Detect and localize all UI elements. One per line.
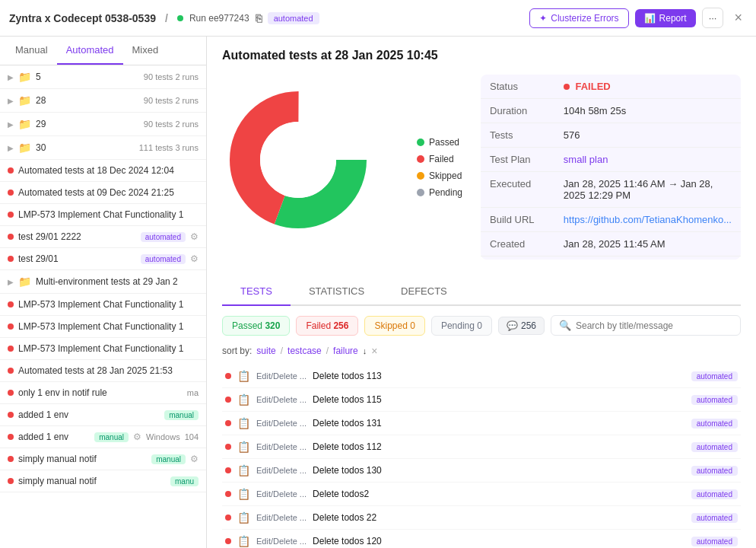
table-row[interactable]: 📋 Edit/Delete ... Delete todos2 automate… [222,483,741,506]
table-row[interactable]: 📋 Edit/Delete ... Delete todos 131 autom… [222,412,741,435]
list-item[interactable]: LMP-573 Implement Chat Functionality 1 [0,204,206,226]
list-item[interactable]: LMP-573 Implement Chat Functionality 1 [0,338,206,360]
list-item[interactable]: ▶ 📁 Multi-environment tests at 29 Jan 2 [0,270,206,294]
folder-icon: 📁 [18,71,31,83]
legend-passed: Passed [417,137,462,148]
close-button[interactable]: × [729,8,747,27]
donut-chart: 44.4% 55.6% [222,84,405,251]
status-dot [225,420,231,426]
settings-icon[interactable]: ⚙ [190,231,199,242]
chevron-right-icon: ▶ [8,97,14,105]
list-item[interactable]: simply manual notif manu [0,470,206,492]
status-dot [8,368,14,374]
table-row[interactable]: 📋 Edit/Delete ... Delete todos 112 autom… [222,435,741,459]
test-plan-link[interactable]: small plan [564,154,608,165]
report-button[interactable]: 📊 Report [635,9,696,27]
pending-filter-button[interactable]: Pending 0 [431,316,492,336]
sort-clear-button[interactable]: × [371,345,377,357]
clusterize-button[interactable]: ✦ Clusterize Errors [529,8,628,28]
list-item[interactable]: ▶ 📁 5 90 tests 2 runs [0,65,206,89]
list-item[interactable]: LMP-573 Implement Chat Functionality 1 [0,316,206,338]
status-dot [8,346,14,352]
status-dot [8,478,14,484]
manual-tag: manu [170,476,199,486]
info-row-created: Created Jan 28, 2025 11:45 AM [481,232,741,256]
sort-suite[interactable]: suite [256,346,275,356]
list-item[interactable]: Automated tests at 09 Dec 2024 21:25 [0,182,206,204]
status-dot [8,190,14,196]
search-box[interactable]: 🔍 [551,315,741,336]
passed-pct-label: 55.6% [306,135,334,147]
chevron-right-icon: ▶ [8,73,14,81]
list-item[interactable]: Automated tests at 18 Dec 2024 12:04 [0,160,206,182]
list-item[interactable]: simply manual notif manual ⚙ [0,448,206,470]
status-dot [8,390,14,396]
sort-failure[interactable]: failure [333,346,358,356]
status-dot [8,301,14,307]
sort-bar: sort by: suite / testcase / failure ↓ × [222,342,741,365]
chevron-right-icon: ▶ [8,278,14,286]
tab-statistics[interactable]: STATISTICS [291,278,383,306]
list-item[interactable]: test 29/01 2222 automated ⚙ [0,226,206,248]
divider: / [165,12,168,24]
donut-hole [260,122,336,198]
settings-icon[interactable]: ⚙ [190,253,199,264]
tab-mixed[interactable]: Mixed [123,37,168,65]
chart-icon: 📊 [644,13,656,24]
table-row[interactable]: 📋 Edit/Delete ... Delete todos 130 autom… [222,459,741,483]
folder-icon: 📁 [18,276,31,288]
search-input[interactable] [576,320,732,331]
list-item[interactable]: only 1 env in notif rule ma [0,382,206,404]
build-url-link[interactable]: https://github.com/TetianaKhomenko... [564,214,732,225]
table-row[interactable]: 📋 Edit/Delete ... Delete todos 115 autom… [222,388,741,412]
list-item[interactable]: added 1 env manual [0,404,206,426]
sidebar: Manual Automated Mixed ▶ 📁 5 90 tests 2 … [0,37,207,548]
automated-tag: automated [141,254,186,264]
chevron-right-icon: ▶ [8,120,14,129]
folder-icon: 📁 [18,94,31,107]
list-item[interactable]: ▶ 📁 29 90 tests 2 runs [0,113,206,136]
list-item[interactable]: Automated tests at 28 Jan 2025 21:53 [0,360,206,382]
tab-defects[interactable]: DEFECTS [383,278,465,306]
status-dot [8,323,14,330]
windows-tag: Windows [146,432,180,441]
tab-tests[interactable]: TESTS [222,278,291,306]
info-table: Status FAILED Duration 104h 58m 25s [481,78,741,256]
sort-direction[interactable]: ↓ [363,346,367,355]
list-item[interactable]: ▶ 📁 30 111 tests 3 runs [0,136,206,160]
status-dot [225,515,231,521]
file-icon: 📋 [237,370,250,382]
table-row[interactable]: 📋 Edit/Delete ... Delete todos 120 autom… [222,530,741,548]
list-item[interactable]: test 29/01 automated ⚙ [0,248,206,270]
table-row[interactable]: 📋 Edit/Delete ... Delete todos 22 automa… [222,506,741,530]
sort-testcase[interactable]: testcase [287,346,322,356]
status-dot-red [564,84,570,90]
clusterize-icon: ✦ [539,13,547,24]
info-panel: Status FAILED Duration 104h 58m 25s [481,75,741,260]
manual-tag: manual [94,432,129,442]
failed-filter-button[interactable]: Failed 256 [296,316,358,336]
window-title: Zyntra x Codecept 0538-0539 [9,12,156,24]
settings-icon[interactable]: ⚙ [190,454,199,464]
tab-automated[interactable]: Automated [57,37,123,65]
settings-icon[interactable]: ⚙ [133,432,141,442]
run-label: Run ee977243 [189,13,249,24]
list-item[interactable]: added 1 env manual ⚙ Windows 104 [0,426,206,448]
file-icon: 📋 [237,511,250,524]
automated-badge: automated [268,12,319,24]
tab-manual[interactable]: Manual [6,37,57,65]
skipped-filter-button[interactable]: Skipped 0 [364,316,424,336]
failed-dot [417,155,424,163]
copy-icon[interactable]: ⎘ [256,12,262,24]
table-row[interactable]: 📋 Edit/Delete ... Delete todos 113 autom… [222,365,741,388]
more-button[interactable]: ··· [702,8,724,28]
status-dot [225,491,231,497]
passed-filter-button[interactable]: Passed 320 [222,316,290,336]
passed-dot [417,139,424,146]
list-item[interactable]: ▶ 📁 28 90 tests 2 runs [0,89,206,113]
manual-tag: manual [164,410,199,420]
list-item[interactable]: LMP-573 Implement Chat Functionality 1 [0,294,206,316]
legend-skipped: Skipped [417,170,462,181]
filter-bar: Passed 320 Failed 256 Skipped 0 Pending … [222,306,741,342]
file-icon: 📋 [237,464,250,476]
